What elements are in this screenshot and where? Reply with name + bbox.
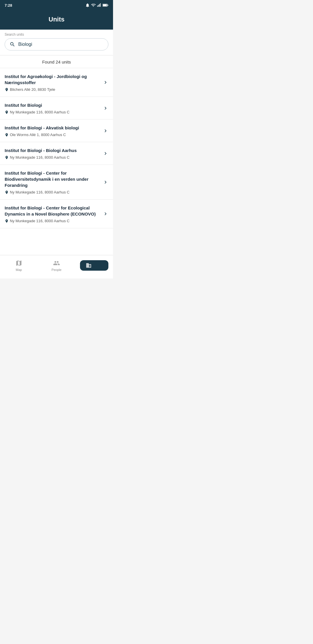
location-icon — [5, 88, 9, 93]
list-item-title: Institut for Biologi - Akvatisk biologi — [5, 125, 99, 131]
chevron-right-icon — [103, 211, 108, 218]
wifi-icon — [91, 3, 96, 8]
address-text: Ole Worms Allé 1, 8000 Aarhus C — [10, 133, 66, 137]
location-icon — [5, 110, 9, 115]
svg-rect-2 — [99, 4, 100, 7]
location-icon — [5, 155, 9, 160]
list-item[interactable]: Institut for Agroøkologi - Jordbiologi o… — [0, 68, 113, 97]
list-item-address: Blichers Allé 20, 8830 Tjele — [5, 87, 99, 93]
nav-item-map[interactable]: Map — [0, 258, 38, 273]
list-container: Institut for Agroøkologi - Jordbiologi o… — [0, 68, 113, 255]
battery-icon — [103, 3, 108, 7]
found-banner: Found 24 units — [0, 55, 113, 68]
chevron-right-icon — [103, 105, 108, 112]
list-item-address: Ny Munkegade 116, 8000 Aarhus C — [5, 155, 99, 160]
search-label: Search units — [5, 32, 108, 37]
search-icon — [10, 41, 15, 47]
chevron-right-icon — [103, 79, 108, 86]
list-item-title: Institut for Biologi - Center for Ecolog… — [5, 205, 99, 217]
list-item-title: Institut for Biologi - Biologi Aarhus — [5, 147, 99, 153]
nav-map-label: Map — [16, 268, 22, 272]
nav-people-label: People — [52, 268, 61, 272]
list-item-title: Institut for Agroøkologi - Jordbiologi o… — [5, 73, 99, 86]
list-item-address: Ny Munkegade 116, 8000 Aarhus C — [5, 110, 99, 115]
header: Units — [0, 10, 113, 30]
signal-icon — [97, 3, 101, 8]
nav-item-people[interactable]: People — [38, 258, 75, 273]
list-item[interactable]: Institut for Biologi - Center for Biodiv… — [0, 165, 113, 200]
chevron-right-icon — [103, 128, 108, 135]
svg-rect-1 — [98, 5, 99, 7]
address-text: Ny Munkegade 116, 8000 Aarhus C — [10, 155, 70, 160]
search-input[interactable] — [18, 42, 103, 47]
svg-rect-6 — [108, 5, 108, 6]
list-item[interactable]: Institut for Biologi - Akvatisk biologi … — [0, 120, 113, 142]
nav-item-units[interactable]: Units — [75, 259, 113, 272]
list-item-content: Institut for Biologi - Akvatisk biologi … — [5, 125, 103, 138]
status-time: 7:28 — [5, 3, 12, 8]
svg-rect-3 — [100, 3, 101, 7]
address-text: Blichers Allé 20, 8830 Tjele — [10, 87, 55, 92]
svg-rect-5 — [103, 4, 107, 6]
people-icon — [53, 259, 60, 267]
location-icon — [5, 190, 9, 195]
bottom-nav: Map People Units — [0, 255, 113, 278]
search-box — [5, 38, 108, 50]
chevron-right-icon — [103, 179, 108, 186]
list-item-address: Ny Munkegade 116, 8000 Aarhus C — [5, 219, 99, 224]
list-item-content: Institut for Biologi - Center for Ecolog… — [5, 205, 103, 224]
nav-units-label: Units — [93, 263, 103, 268]
list-item-content: Institut for Biologi - Center for Biodiv… — [5, 170, 103, 195]
address-text: Ny Munkegade 116, 8000 Aarhus C — [10, 219, 70, 223]
status-icons — [85, 3, 108, 8]
list-item-address: Ole Worms Allé 1, 8000 Aarhus C — [5, 133, 99, 138]
list-item-content: Institut for Biologi Ny Munkegade 116, 8… — [5, 102, 103, 115]
page-title: Units — [49, 16, 65, 23]
list-item-title: Institut for Biologi - Center for Biodiv… — [5, 170, 99, 188]
list-item-title: Institut for Biologi — [5, 102, 99, 108]
list-item-content: Institut for Biologi - Biologi Aarhus Ny… — [5, 147, 103, 160]
list-item[interactable]: Institut for Biologi Ny Munkegade 116, 8… — [0, 97, 113, 120]
svg-rect-0 — [97, 6, 98, 7]
chevron-right-icon — [103, 151, 108, 158]
map-icon — [15, 259, 23, 267]
units-nav-active: Units — [80, 260, 109, 271]
location-icon — [5, 219, 9, 224]
search-area: Search units — [0, 30, 113, 55]
address-text: Ny Munkegade 116, 8000 Aarhus C — [10, 190, 70, 194]
address-text: Ny Munkegade 116, 8000 Aarhus C — [10, 110, 70, 114]
location-icon — [5, 133, 9, 138]
list-item-content: Institut for Agroøkologi - Jordbiologi o… — [5, 73, 103, 93]
list-item[interactable]: Institut for Biologi - Biologi Aarhus Ny… — [0, 142, 113, 165]
notification-icon — [85, 3, 90, 8]
list-item-address: Ny Munkegade 116, 8000 Aarhus C — [5, 190, 99, 195]
status-bar: 7:28 — [0, 0, 113, 10]
list-item[interactable]: Institut for Biologi - Center for Ecolog… — [0, 200, 113, 228]
